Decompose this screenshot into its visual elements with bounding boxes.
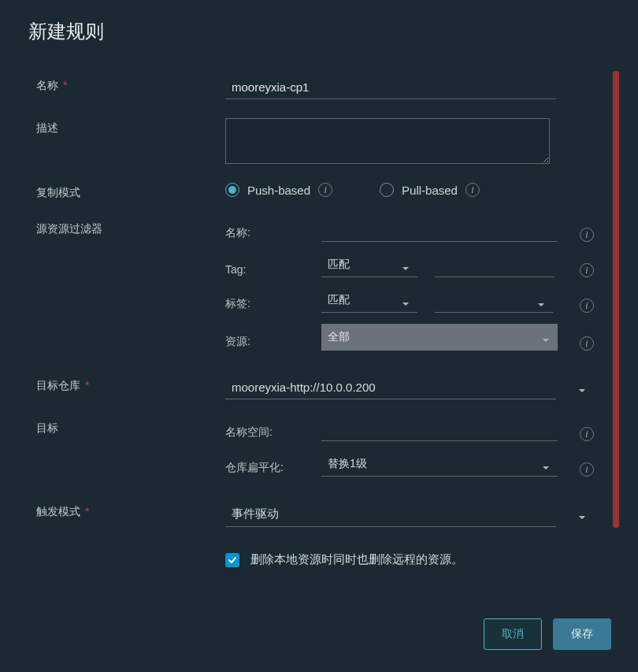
radio-circle-pull bbox=[380, 183, 394, 197]
target-namespace-sublabel: 名称空间: bbox=[225, 425, 304, 441]
new-rule-modal: 新建规则 名称 * 描述 复制模式 bbox=[0, 0, 638, 672]
radio-push-label: Push-based bbox=[247, 184, 310, 197]
label-trigger-mode-text: 触发模式 bbox=[36, 505, 80, 518]
target-flatten-line: 仓库扁平化: 替换1级 i bbox=[225, 452, 594, 477]
filter-tag-line: Tag: 匹配 i bbox=[225, 253, 594, 277]
filter-tag-sublabel: Tag: bbox=[225, 263, 304, 277]
modal-title: 新建规则 bbox=[28, 19, 610, 44]
filter-label-value-select[interactable] bbox=[435, 290, 553, 313]
filter-tag-match-select[interactable]: 匹配 bbox=[321, 253, 417, 277]
radio-dot bbox=[228, 186, 236, 194]
row-replication-mode: 复制模式 Push-based i Pull-based i bbox=[36, 183, 594, 200]
filter-resource-sublabel: 资源: bbox=[225, 335, 304, 351]
info-icon[interactable]: i bbox=[580, 263, 594, 277]
check-icon bbox=[228, 555, 237, 565]
info-icon[interactable]: i bbox=[580, 299, 594, 313]
name-input[interactable] bbox=[225, 76, 556, 99]
required-star: * bbox=[85, 505, 89, 518]
info-icon[interactable]: i bbox=[580, 427, 594, 441]
label-source-filter: 源资源过滤器 bbox=[36, 219, 225, 236]
filter-resource-line: 资源: 全部 i bbox=[225, 324, 594, 351]
filter-label-value-select-wrap bbox=[435, 290, 553, 313]
row-trigger-mode: 触发模式 * 事件驱动 删除本地资源时同时也删除远程的资源。 bbox=[36, 502, 594, 567]
delete-remote-label: 删除本地资源时同时也删除远程的资源。 bbox=[250, 552, 463, 567]
target-flatten-sublabel: 仓库扁平化: bbox=[225, 461, 304, 477]
label-description: 描述 bbox=[36, 118, 225, 136]
filter-label-line: 标签: 匹配 i bbox=[225, 288, 594, 313]
cancel-button[interactable]: 取消 bbox=[484, 618, 542, 650]
chevron-down-icon bbox=[578, 510, 586, 518]
chevron-down-icon bbox=[578, 384, 586, 392]
filter-resource-select[interactable]: 全部 bbox=[321, 324, 558, 351]
trigger-mode-select[interactable]: 事件驱动 bbox=[225, 502, 556, 527]
filter-label-sublabel: 标签: bbox=[225, 297, 304, 313]
filter-label-match-select-wrap: 匹配 bbox=[321, 288, 417, 313]
radio-group: Push-based i Pull-based i bbox=[225, 183, 594, 197]
field-replication-mode: Push-based i Pull-based i bbox=[225, 183, 594, 197]
target-registry-select-wrap: mooreyxia-http://10.0.0.200 bbox=[225, 376, 594, 399]
target-flatten-select-wrap: 替换1级 bbox=[321, 452, 558, 477]
target-flatten-select[interactable]: 替换1级 bbox=[321, 452, 558, 477]
description-input[interactable] bbox=[225, 118, 550, 164]
delete-remote-checkbox[interactable] bbox=[225, 553, 239, 567]
scrollbar-thumb[interactable] bbox=[613, 71, 619, 528]
label-trigger-mode: 触发模式 * bbox=[36, 502, 225, 519]
filter-tag-input[interactable] bbox=[435, 254, 555, 277]
scrollbar-track[interactable] bbox=[613, 71, 619, 622]
row-target: 目标 名称空间: i 仓库扁平化: 替换1级 i bbox=[36, 418, 594, 477]
label-replication-mode: 复制模式 bbox=[36, 183, 225, 200]
modal-body: 名称 * 描述 复制模式 Pu bbox=[0, 57, 630, 603]
info-icon[interactable]: i bbox=[466, 183, 480, 197]
label-target-registry-text: 目标仓库 bbox=[36, 379, 80, 392]
field-trigger-mode: 事件驱动 删除本地资源时同时也删除远程的资源。 bbox=[225, 502, 594, 567]
field-name bbox=[225, 76, 594, 99]
target-namespace-input[interactable] bbox=[321, 418, 558, 441]
target-namespace-line: 名称空间: i bbox=[225, 418, 594, 441]
label-name: 名称 * bbox=[36, 76, 225, 93]
target-registry-select[interactable]: mooreyxia-http://10.0.0.200 bbox=[225, 376, 556, 399]
radio-pull[interactable]: Pull-based i bbox=[380, 183, 480, 197]
radio-push[interactable]: Push-based i bbox=[225, 183, 332, 197]
row-source-filter: 源资源过滤器 名称: i Tag: 匹配 i bbox=[36, 219, 594, 351]
row-name: 名称 * bbox=[36, 76, 594, 99]
field-description bbox=[225, 118, 594, 164]
info-icon[interactable]: i bbox=[318, 183, 332, 197]
filter-label-match-select[interactable]: 匹配 bbox=[321, 288, 417, 313]
info-icon[interactable]: i bbox=[580, 462, 594, 477]
radio-circle-push bbox=[225, 183, 239, 197]
label-name-text: 名称 bbox=[36, 79, 58, 91]
modal-header: 新建规则 bbox=[0, 0, 638, 57]
info-icon[interactable]: i bbox=[580, 228, 594, 242]
trigger-mode-select-wrap: 事件驱动 bbox=[225, 502, 594, 527]
label-target: 目标 bbox=[36, 418, 225, 436]
modal-footer: 取消 保存 bbox=[0, 603, 638, 672]
filter-name-sublabel: 名称: bbox=[225, 226, 304, 242]
field-source-filter: 名称: i Tag: 匹配 i 标签: bbox=[225, 219, 594, 351]
field-target: 名称空间: i 仓库扁平化: 替换1级 i bbox=[225, 418, 594, 477]
filter-resource-select-wrap: 全部 bbox=[321, 324, 558, 351]
row-description: 描述 bbox=[36, 118, 594, 164]
filter-name-line: 名称: i bbox=[225, 219, 594, 242]
required-star: * bbox=[85, 379, 89, 392]
radio-pull-label: Pull-based bbox=[402, 184, 458, 197]
delete-remote-checkbox-row: 删除本地资源时同时也删除远程的资源。 bbox=[225, 552, 594, 567]
field-target-registry: mooreyxia-http://10.0.0.200 bbox=[225, 376, 594, 399]
filter-tag-match-select-wrap: 匹配 bbox=[321, 253, 417, 277]
save-button[interactable]: 保存 bbox=[553, 618, 611, 650]
required-star: * bbox=[63, 79, 67, 91]
row-target-registry: 目标仓库 * mooreyxia-http://10.0.0.200 bbox=[36, 376, 594, 399]
filter-name-input[interactable] bbox=[321, 219, 558, 242]
label-target-registry: 目标仓库 * bbox=[36, 376, 225, 393]
info-icon[interactable]: i bbox=[580, 336, 594, 351]
